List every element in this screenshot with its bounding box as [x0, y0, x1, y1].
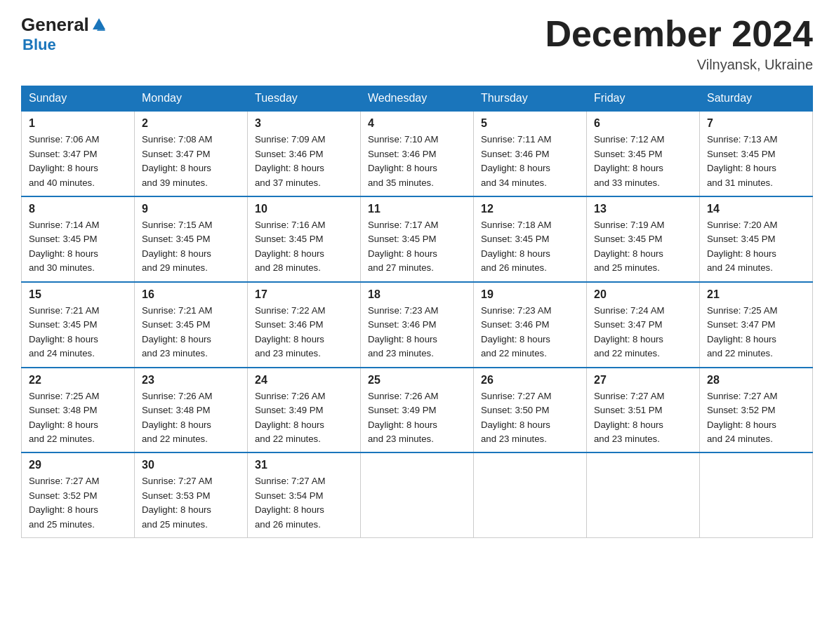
day-info: Sunrise: 7:23 AMSunset: 3:46 PMDaylight:…	[368, 304, 466, 361]
day-number: 29	[29, 459, 127, 471]
col-header-sunday: Sunday	[22, 86, 135, 112]
month-title: December 2024	[545, 14, 813, 54]
day-info: Sunrise: 7:10 AMSunset: 3:46 PMDaylight:…	[368, 133, 466, 190]
page-header: General Blue December 2024 Vilnyansk, Uk…	[21, 14, 813, 73]
day-number: 25	[368, 374, 466, 387]
logo: General Blue	[21, 14, 107, 54]
day-number: 18	[368, 288, 466, 301]
day-number: 15	[29, 288, 127, 301]
col-header-monday: Monday	[135, 86, 248, 112]
day-info: Sunrise: 7:19 AMSunset: 3:45 PMDaylight:…	[594, 218, 692, 276]
calendar-cell	[474, 452, 587, 537]
day-info: Sunrise: 7:16 AMSunset: 3:45 PMDaylight:…	[255, 218, 353, 276]
day-info: Sunrise: 7:12 AMSunset: 3:45 PMDaylight:…	[594, 133, 692, 190]
day-info: Sunrise: 7:13 AMSunset: 3:45 PMDaylight:…	[707, 133, 805, 190]
day-info: Sunrise: 7:27 AMSunset: 3:54 PMDaylight:…	[255, 474, 353, 532]
day-info: Sunrise: 7:27 AMSunset: 3:53 PMDaylight:…	[142, 474, 240, 532]
calendar-header-row: SundayMondayTuesdayWednesdayThursdayFrid…	[22, 86, 813, 112]
calendar-cell: 29Sunrise: 7:27 AMSunset: 3:52 PMDayligh…	[22, 452, 135, 537]
day-number: 2	[142, 117, 240, 130]
day-info: Sunrise: 7:08 AMSunset: 3:47 PMDaylight:…	[142, 133, 240, 190]
day-info: Sunrise: 7:06 AMSunset: 3:47 PMDaylight:…	[29, 133, 127, 190]
day-info: Sunrise: 7:26 AMSunset: 3:48 PMDaylight:…	[142, 389, 240, 447]
calendar-week-row: 1Sunrise: 7:06 AMSunset: 3:47 PMDaylight…	[22, 111, 813, 196]
calendar-cell: 20Sunrise: 7:24 AMSunset: 3:47 PMDayligh…	[587, 282, 700, 368]
calendar-cell: 4Sunrise: 7:10 AMSunset: 3:46 PMDaylight…	[361, 111, 474, 196]
day-number: 14	[707, 203, 805, 215]
col-header-thursday: Thursday	[474, 86, 587, 112]
day-number: 10	[255, 203, 353, 215]
calendar-cell: 21Sunrise: 7:25 AMSunset: 3:47 PMDayligh…	[700, 282, 813, 368]
calendar-cell: 1Sunrise: 7:06 AMSunset: 3:47 PMDaylight…	[22, 111, 135, 196]
logo-general-text: General	[21, 14, 89, 36]
day-number: 28	[707, 374, 805, 387]
day-number: 24	[255, 374, 353, 387]
day-info: Sunrise: 7:20 AMSunset: 3:45 PMDaylight:…	[707, 218, 805, 276]
day-info: Sunrise: 7:27 AMSunset: 3:51 PMDaylight:…	[594, 389, 692, 447]
location-label: Vilnyansk, Ukraine	[545, 57, 813, 73]
calendar-cell: 3Sunrise: 7:09 AMSunset: 3:46 PMDaylight…	[248, 111, 361, 196]
day-number: 7	[707, 117, 805, 130]
calendar-cell: 8Sunrise: 7:14 AMSunset: 3:45 PMDaylight…	[22, 196, 135, 282]
calendar-cell: 24Sunrise: 7:26 AMSunset: 3:49 PMDayligh…	[248, 368, 361, 453]
calendar-cell: 14Sunrise: 7:20 AMSunset: 3:45 PMDayligh…	[700, 196, 813, 282]
day-number: 6	[594, 117, 692, 130]
calendar-cell: 15Sunrise: 7:21 AMSunset: 3:45 PMDayligh…	[22, 282, 135, 368]
calendar-cell: 10Sunrise: 7:16 AMSunset: 3:45 PMDayligh…	[248, 196, 361, 282]
day-info: Sunrise: 7:26 AMSunset: 3:49 PMDaylight:…	[255, 389, 353, 447]
calendar-cell	[361, 452, 474, 537]
day-number: 11	[368, 203, 466, 215]
calendar-cell: 17Sunrise: 7:22 AMSunset: 3:46 PMDayligh…	[248, 282, 361, 368]
day-number: 13	[594, 203, 692, 215]
day-number: 9	[142, 203, 240, 215]
logo-blue-text: Blue	[22, 36, 56, 53]
calendar-cell: 11Sunrise: 7:17 AMSunset: 3:45 PMDayligh…	[361, 196, 474, 282]
day-number: 31	[255, 459, 353, 471]
calendar-cell: 23Sunrise: 7:26 AMSunset: 3:48 PMDayligh…	[135, 368, 248, 453]
day-info: Sunrise: 7:23 AMSunset: 3:46 PMDaylight:…	[481, 304, 579, 361]
col-header-wednesday: Wednesday	[361, 86, 474, 112]
day-info: Sunrise: 7:24 AMSunset: 3:47 PMDaylight:…	[594, 304, 692, 361]
day-number: 22	[29, 374, 127, 387]
day-info: Sunrise: 7:25 AMSunset: 3:48 PMDaylight:…	[29, 389, 127, 447]
day-info: Sunrise: 7:11 AMSunset: 3:46 PMDaylight:…	[481, 133, 579, 190]
day-info: Sunrise: 7:25 AMSunset: 3:47 PMDaylight:…	[707, 304, 805, 361]
calendar-cell: 9Sunrise: 7:15 AMSunset: 3:45 PMDaylight…	[135, 196, 248, 282]
day-number: 1	[29, 117, 127, 130]
calendar-cell: 7Sunrise: 7:13 AMSunset: 3:45 PMDaylight…	[700, 111, 813, 196]
day-number: 23	[142, 374, 240, 387]
day-info: Sunrise: 7:21 AMSunset: 3:45 PMDaylight:…	[29, 304, 127, 361]
day-info: Sunrise: 7:21 AMSunset: 3:45 PMDaylight:…	[142, 304, 240, 361]
calendar-cell: 22Sunrise: 7:25 AMSunset: 3:48 PMDayligh…	[22, 368, 135, 453]
calendar-cell: 5Sunrise: 7:11 AMSunset: 3:46 PMDaylight…	[474, 111, 587, 196]
calendar-cell: 6Sunrise: 7:12 AMSunset: 3:45 PMDaylight…	[587, 111, 700, 196]
day-info: Sunrise: 7:27 AMSunset: 3:52 PMDaylight:…	[29, 474, 127, 532]
day-number: 30	[142, 459, 240, 471]
day-number: 4	[368, 117, 466, 130]
calendar-week-row: 29Sunrise: 7:27 AMSunset: 3:52 PMDayligh…	[22, 452, 813, 537]
title-block: December 2024 Vilnyansk, Ukraine	[545, 14, 813, 73]
day-info: Sunrise: 7:18 AMSunset: 3:45 PMDaylight:…	[481, 218, 579, 276]
calendar-cell: 19Sunrise: 7:23 AMSunset: 3:46 PMDayligh…	[474, 282, 587, 368]
day-number: 26	[481, 374, 579, 387]
day-info: Sunrise: 7:15 AMSunset: 3:45 PMDaylight:…	[142, 218, 240, 276]
day-number: 17	[255, 288, 353, 301]
calendar-cell: 30Sunrise: 7:27 AMSunset: 3:53 PMDayligh…	[135, 452, 248, 537]
calendar-cell: 16Sunrise: 7:21 AMSunset: 3:45 PMDayligh…	[135, 282, 248, 368]
day-number: 19	[481, 288, 579, 301]
calendar-cell	[587, 452, 700, 537]
calendar-cell: 18Sunrise: 7:23 AMSunset: 3:46 PMDayligh…	[361, 282, 474, 368]
col-header-saturday: Saturday	[700, 86, 813, 112]
calendar-cell: 26Sunrise: 7:27 AMSunset: 3:50 PMDayligh…	[474, 368, 587, 453]
day-info: Sunrise: 7:17 AMSunset: 3:45 PMDaylight:…	[368, 218, 466, 276]
calendar-cell: 13Sunrise: 7:19 AMSunset: 3:45 PMDayligh…	[587, 196, 700, 282]
day-number: 8	[29, 203, 127, 215]
day-info: Sunrise: 7:22 AMSunset: 3:46 PMDaylight:…	[255, 304, 353, 361]
calendar-cell: 12Sunrise: 7:18 AMSunset: 3:45 PMDayligh…	[474, 196, 587, 282]
day-number: 12	[481, 203, 579, 215]
day-number: 5	[481, 117, 579, 130]
day-number: 20	[594, 288, 692, 301]
calendar-table: SundayMondayTuesdayWednesdayThursdayFrid…	[21, 86, 813, 538]
calendar-cell: 25Sunrise: 7:26 AMSunset: 3:49 PMDayligh…	[361, 368, 474, 453]
calendar-week-row: 15Sunrise: 7:21 AMSunset: 3:45 PMDayligh…	[22, 282, 813, 368]
